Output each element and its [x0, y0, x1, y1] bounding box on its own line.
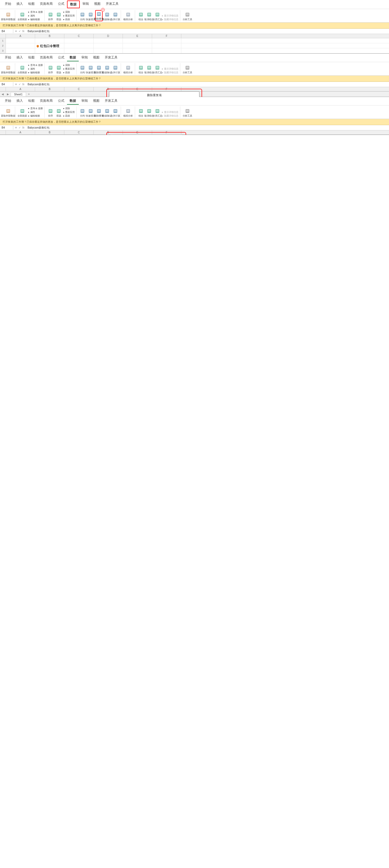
ribbon-合并计算[interactable]: 合并计算 [112, 106, 119, 118]
cell-A3[interactable] [6, 48, 35, 53]
cell-C3[interactable] [64, 48, 93, 53]
ribbon-opt-显示详细信息[interactable]: ▸ 显示详细信息 [162, 111, 178, 114]
cell-D1[interactable] [93, 38, 123, 43]
formula-value[interactable]: Babycare新春红包 [26, 29, 51, 34]
ribbon-分类汇总[interactable]: 分类汇总 [154, 106, 161, 118]
ribbon-opt-高级[interactable]: ▸ 高级 [63, 18, 75, 21]
ribbon-opt-显示详细信息[interactable]: ▸ 显示详细信息 [162, 14, 178, 18]
ribbon-取消组合[interactable]: 取消组合 [145, 63, 153, 74]
cell-A2[interactable] [6, 43, 35, 48]
row-header[interactable]: 2 [0, 43, 6, 48]
ribbon-全部刷新[interactable]: 全部刷新 [17, 10, 27, 21]
menu-页面布局[interactable]: 页面布局 [37, 54, 55, 61]
confirm-icon[interactable]: ✓ [19, 126, 21, 129]
ribbon-分列[interactable]: 分列 [79, 10, 86, 21]
ribbon-合并计算[interactable]: 合并计算 [112, 63, 119, 74]
ribbon-数据验证[interactable]: 数据验证 [104, 106, 111, 118]
col-header-C[interactable]: C [64, 130, 93, 134]
menu-视图[interactable]: 视图 [90, 54, 102, 61]
ribbon-opt-隐藏详细信息[interactable]: ▸ 隐藏详细信息 [162, 18, 178, 21]
ribbon-获取外部数据[interactable]: 获取外部数据 [3, 10, 13, 21]
col-header-A[interactable]: A [6, 87, 35, 91]
ribbon-删除重复[interactable]: 删除重复 [95, 63, 103, 74]
menu-公式[interactable]: 公式 [55, 54, 67, 61]
menu-开始[interactable]: 开始 [2, 1, 14, 8]
menu-绘图[interactable]: 绘图 [26, 97, 37, 105]
row-header[interactable]: 3 [0, 48, 6, 53]
ribbon-筛选[interactable]: 筛选 [55, 63, 62, 74]
cell-E3[interactable] [123, 48, 152, 53]
menu-数据[interactable]: 数据 [67, 97, 79, 105]
menu-公式[interactable]: 公式 [55, 97, 67, 105]
menu-绘图[interactable]: 绘图 [26, 1, 37, 8]
ribbon-筛选[interactable]: 筛选 [55, 10, 62, 21]
formula-value[interactable]: Babycare新春红包 [26, 125, 51, 130]
ribbon-删除重复[interactable]: 删除重复② [95, 10, 103, 21]
confirm-icon[interactable]: ✓ [19, 83, 21, 86]
col-header-A[interactable]: A [6, 130, 35, 134]
menu-数据[interactable]: 数据 [67, 54, 79, 61]
ribbon-取消组合[interactable]: 取消组合 [145, 10, 153, 21]
ribbon-分类汇总[interactable]: 分类汇总 [154, 63, 161, 74]
ribbon-opt-属性[interactable]: ▸ 属性 [28, 111, 43, 114]
cell-B1[interactable] [35, 38, 64, 43]
menu-开发工具[interactable]: 开发工具 [103, 1, 121, 8]
ribbon-opt-隐藏详细信息[interactable]: ▸ 隐藏详细信息 [162, 71, 178, 74]
ribbon-快速填充[interactable]: 快速填充 [87, 106, 94, 118]
ribbon-排序[interactable]: 排序 [47, 10, 54, 21]
menu-视图[interactable]: 视图 [90, 97, 102, 105]
fx-icon[interactable]: fx [22, 30, 25, 33]
cell-D3[interactable] [93, 48, 123, 53]
ribbon-快速填充[interactable]: 快速填充 [87, 63, 94, 74]
cancel-icon[interactable]: ✕ [15, 83, 17, 86]
ribbon-opt-重新应用[interactable]: ▸ 重新应用 [63, 14, 75, 18]
menu-插入[interactable]: 插入 [14, 97, 26, 105]
ribbon-数据验证[interactable]: 数据验证 [104, 10, 111, 21]
ribbon-opt-隐藏详细信息[interactable]: ▸ 隐藏详细信息 [162, 114, 178, 118]
cell-B2[interactable]: 红包口令整理 [35, 43, 64, 48]
col-header-F[interactable]: F [152, 34, 181, 38]
sheet-tab[interactable]: Sheet1 [11, 92, 26, 96]
menu-插入[interactable]: 插入 [14, 54, 26, 61]
menu-页面布局[interactable]: 页面布局 [37, 97, 55, 105]
cell-F1[interactable] [152, 38, 181, 43]
row-header[interactable]: 1 [0, 38, 6, 43]
ribbon-opt-清除[interactable]: ▸ 清除 [63, 10, 75, 14]
name-box[interactable]: B4 [0, 82, 13, 86]
col-header-C[interactable]: C [64, 87, 93, 91]
ribbon-组合[interactable]: 组合 [137, 63, 145, 74]
col-header-A[interactable]: A [6, 34, 35, 38]
cell-F3[interactable] [152, 48, 181, 53]
menu-页面布局[interactable]: 页面布局 [37, 1, 55, 8]
ribbon-分列[interactable]: 分列 [79, 106, 86, 118]
ribbon-模拟分析[interactable]: 模拟分析 [123, 106, 133, 118]
ribbon-分析工具[interactable]: 分析工具 [183, 63, 193, 74]
ribbon-opt-清除[interactable]: ▸ 清除 [63, 63, 75, 67]
ribbon-opt-属性[interactable]: ▸ 属性 [28, 14, 43, 18]
ribbon-opt-查询 & 连接[interactable]: ▸ 查询 & 连接 [28, 10, 43, 14]
menu-视图[interactable]: 视图 [91, 1, 103, 8]
ribbon-取消组合[interactable]: 取消组合 [145, 106, 153, 118]
ribbon-快速填充[interactable]: 快速填充 [87, 10, 94, 21]
menu-数据[interactable]: 数据 [67, 1, 80, 8]
menu-公式[interactable]: 公式 [55, 1, 67, 8]
name-box[interactable]: B4 [0, 126, 13, 130]
col-header-B[interactable]: B [35, 87, 64, 91]
col-header-B[interactable]: B [35, 130, 64, 134]
col-header-D[interactable]: D [93, 34, 123, 38]
menu-开始[interactable]: 开始 [2, 54, 14, 61]
cell-F2[interactable] [152, 43, 181, 48]
cancel-icon[interactable]: ✕ [15, 30, 17, 33]
fx-icon[interactable]: fx [22, 83, 25, 86]
col-header-C[interactable]: C [64, 34, 93, 38]
menu-插入[interactable]: 插入 [14, 1, 26, 8]
menu-审阅[interactable]: 审阅 [79, 97, 90, 105]
formula-value[interactable]: Babycare新春红包 [26, 82, 51, 87]
cell-B3[interactable] [35, 48, 64, 53]
ribbon-分析工具[interactable]: 分析工具 [183, 10, 193, 21]
ribbon-模拟分析[interactable]: 模拟分析 [123, 10, 133, 21]
tab-nav-prev[interactable]: ◀ [0, 93, 5, 96]
cell-C2[interactable] [64, 43, 93, 48]
ribbon-opt-属性[interactable]: ▸ 属性 [28, 67, 43, 71]
cell-E1[interactable] [123, 38, 152, 43]
